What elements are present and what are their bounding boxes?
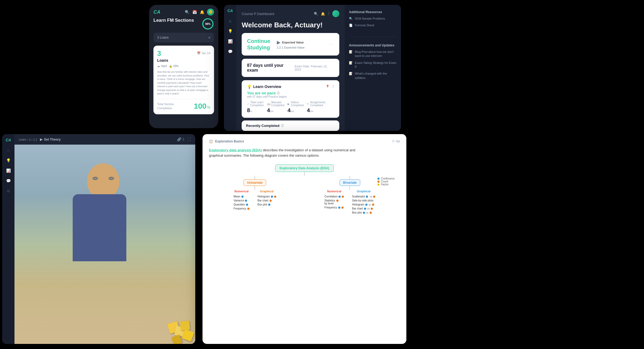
doc-icon: 📄 — [349, 24, 353, 27]
blog-post-item[interactable]: 📝 Blog Post about how we don't want to u… — [349, 50, 397, 58]
soa-label: SOA Sample Problems — [355, 17, 385, 21]
expected-value-label: Expected Value — [282, 41, 304, 44]
sidebar-chat-icon[interactable]: 💬 — [228, 49, 233, 54]
exam-strategy-item[interactable]: 📝 Exam-Taking Strategy for Exam P — [349, 61, 397, 69]
sidebar-bulb-icon[interactable]: 💡 — [228, 29, 233, 33]
univariate-graphical-items: Histogram Bar chart Box plot — [257, 195, 276, 206]
recently-completed-card: Recently Completed ⓘ — [242, 120, 339, 131]
exploration-basics-window: 📋 Exploration Basics ⏱ 5M Exploratory da… — [203, 134, 406, 344]
video-sidebar-chart-icon[interactable]: 📊 — [6, 168, 11, 173]
dashboard-right-panel: Additional Resources 🔍 SOA Sample Proble… — [345, 5, 401, 131]
calendar-icon[interactable]: 📅 — [192, 10, 197, 14]
dashboard-title: Course P Dashboard — [242, 12, 274, 16]
continue-studying-card[interactable]: ContinueStudying ▶ Expected Value 2.2.1 … — [242, 33, 339, 56]
share-icon[interactable]: ⤴ — [332, 85, 334, 89]
expand-icon[interactable]: ⛶ — [187, 137, 191, 141]
search-icon[interactable]: 🔍 — [185, 10, 189, 14]
dashboard-main-content: Course P Dashboard 🔍 🔔 ⤴ Welcome Back, A… — [236, 5, 345, 131]
overview-title: 💡 Learn Overview — [247, 85, 281, 89]
section-body-text: Now that we are familiar with interest r… — [157, 70, 210, 96]
univariate-numerical-label: Numerical — [234, 190, 249, 193]
formula-sheet-label: Formula Sheet — [355, 23, 374, 27]
bivariate-numerical-label: Numerical — [327, 190, 341, 193]
eda-link[interactable]: Exploratory data analysis (EDA) — [209, 148, 262, 152]
announcements-title: Announcements and Updates — [349, 43, 397, 47]
percent-badge: 🔒 20% — [169, 65, 179, 68]
completion-value: 100 — [194, 102, 207, 111]
topbar-search-icon[interactable]: 🔍 — [314, 12, 318, 16]
sidebar-chart-icon[interactable]: 📊 — [228, 39, 233, 43]
avatar[interactable]: 😊 — [207, 9, 214, 16]
syllabus-label: What's changed with the syllabus — [355, 72, 397, 80]
explore-time: ⏱ 5M — [392, 140, 400, 143]
video-play-icon: ▶ — [288, 102, 290, 105]
mobile-logo: CA — [153, 9, 160, 15]
pace-text: You are on pace ⓘ — [247, 91, 334, 95]
link-count-icon[interactable]: 🔗 3 — [177, 137, 184, 141]
continue-card-menu[interactable]: ··· — [329, 42, 334, 47]
explore-title: 📋 Exploration Basics — [209, 139, 244, 143]
soa-sample-problems-item[interactable]: 🔍 SOA Sample Problems — [349, 17, 397, 21]
completion-pct: % — [207, 105, 210, 109]
video-topbar-right: 🔗 3 ⛶ — [177, 137, 191, 141]
topbar-bell-icon[interactable]: 🔔 — [321, 12, 325, 16]
additional-resources-section: Additional Resources 🔍 SOA Sample Proble… — [349, 10, 397, 30]
video-sidebar-home-icon[interactable]: ⌂ — [7, 148, 9, 152]
location-icon[interactable]: 📍 — [326, 85, 330, 89]
exam-date-label: Exam Date: February 12, 2023 — [295, 65, 334, 71]
learn-completion-value: 8 — [247, 107, 250, 113]
overview-header: 💡 Learn Overview 📍 ⤴ — [247, 85, 334, 89]
mobile-content: Learn FM Sections 99% 3 Loans ▾ 3 📅 Jan … — [149, 18, 218, 119]
legend-continuous: Continuous — [377, 177, 395, 180]
video-topbar: Learn › 1 › 1.1 ▶ Set Theory 🔗 3 ⛶ — [14, 134, 195, 145]
legend-factor: Factor — [377, 183, 395, 186]
video-logo: CA — [6, 138, 11, 142]
info-icon: ⓘ — [277, 91, 280, 95]
video-frame — [14, 145, 195, 344]
dashboard-sidebar: CA ⌂ 💡 📊 💬 — [224, 5, 236, 131]
explore-description: Exploratory data analysis (EDA) describe… — [209, 148, 400, 158]
blog-icon: 📝 — [349, 50, 353, 54]
section-label: ▶ Set Theory — [40, 138, 61, 141]
explore-topbar: 📋 Exploration Basics ⏱ 5M — [209, 139, 400, 143]
eda-legend: Continuous Count Factor — [377, 177, 395, 186]
announcements-section: Announcements and Updates 📝 Blog Post ab… — [349, 43, 397, 83]
dropdown-arrow-icon: ▾ — [208, 35, 210, 40]
stat-learn-completion: ✓ Total LearnCompletion 8 % — [247, 101, 264, 113]
syllabus-icon: 📝 — [349, 72, 353, 75]
section-date: 📅 Jan 14 — [197, 52, 210, 55]
exam-strategy-label: Exam-Taking Strategy for Exam P — [355, 61, 397, 69]
syllabus-item[interactable]: 📝 What's changed with the syllabus — [349, 72, 397, 80]
blog-post-label: Blog Post about how we don't want to use… — [355, 50, 397, 58]
bivariate-node: Bivariate — [340, 179, 360, 186]
video-sidebar-settings-icon[interactable]: ⚙ — [7, 189, 10, 193]
completion-label: Total SectionCompletion — [157, 102, 174, 110]
mobile-card: CA 🔍 📅 🔔 😊 Learn FM Sections 99% 3 Loans… — [149, 5, 218, 128]
bell-icon[interactable]: 🔔 — [200, 10, 204, 14]
bivariate-graphical-items: Scatterplotvs Side-by-side plots Histogr… — [352, 195, 375, 214]
hard-badge: ☁ Hard — [157, 65, 167, 68]
eda-root-node: Exploratory Data Analysis (EDA) — [275, 164, 334, 172]
progress-ring: 99% — [202, 18, 214, 30]
manuals-value: 4 — [267, 107, 270, 113]
sidebar-home-icon[interactable]: ⌂ — [229, 19, 231, 23]
video-icon: ▶ — [277, 39, 281, 45]
expected-value-sub: 2.2.1 Expected Value — [277, 46, 305, 49]
mobile-section-content: 3 📅 Jan 14 Loans ☁ Hard 🔒 20% Now that w… — [153, 46, 214, 114]
mobile-dropdown[interactable]: 3 Loans ▾ — [153, 33, 214, 42]
video-sidebar-chat-icon[interactable]: 💬 — [6, 179, 11, 183]
info-icon-2: ⓘ — [281, 124, 284, 128]
video-sidebar-bulb-icon[interactable]: 💡 — [6, 158, 11, 163]
dropdown-label: 3 Loans — [157, 36, 169, 39]
dashboard-avatar[interactable] — [332, 10, 339, 17]
mobile-title: Learn FM Sections — [153, 18, 194, 23]
dashboard-logo: CA — [227, 9, 233, 13]
topbar-share-icon[interactable]: ⤴ — [328, 12, 330, 16]
stats-row: ✓ Total LearnCompletion 8 % 📖 ManualsCom… — [247, 101, 334, 113]
completion-row: Total SectionCompletion 100 % — [157, 99, 210, 111]
continue-text: ContinueStudying — [247, 38, 270, 51]
formula-sheet-item[interactable]: 📄 Formula Sheet — [349, 23, 397, 27]
video-sidebar: CA ⌂ 💡 📊 💬 ⚙ — [2, 134, 14, 344]
mobile-icons: 🔍 📅 🔔 😊 — [185, 9, 214, 16]
pencil-icon: ✏ — [307, 102, 309, 105]
